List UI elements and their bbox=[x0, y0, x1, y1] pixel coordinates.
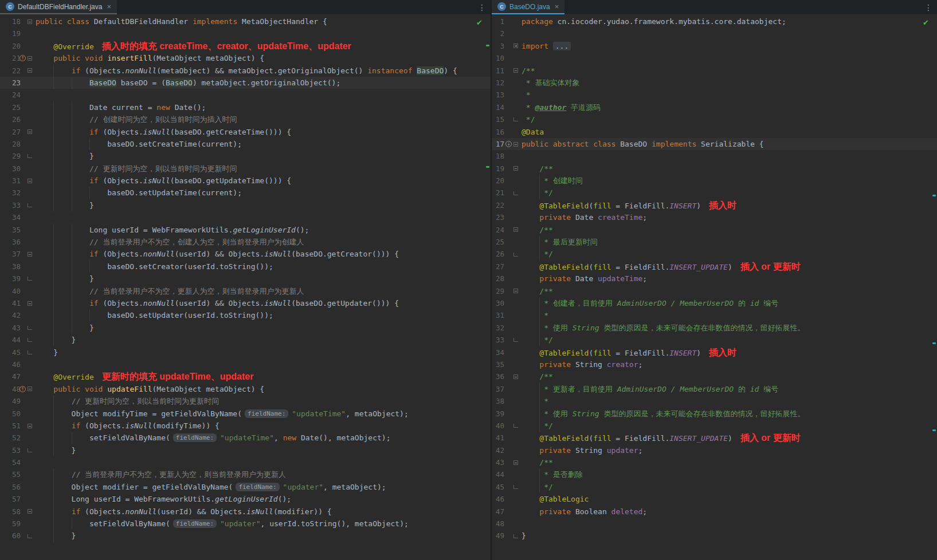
line-number[interactable]: 16 bbox=[492, 126, 504, 138]
code-line[interactable]: 58 if (Objects.nonNull(userId) && Object… bbox=[0, 506, 491, 518]
line-number[interactable]: 45 bbox=[0, 346, 21, 358]
line-number[interactable]: 52 bbox=[0, 432, 21, 444]
kebab-menu-icon[interactable]: ⋮ bbox=[920, 0, 937, 14]
line-number[interactable]: 21 bbox=[0, 52, 21, 64]
line-number[interactable]: 21 bbox=[492, 187, 504, 199]
line-number[interactable]: 36 bbox=[492, 370, 504, 382]
line-number[interactable]: 55 bbox=[0, 468, 21, 480]
fold-start-marker[interactable] bbox=[28, 68, 32, 73]
fold-end-marker[interactable] bbox=[513, 424, 518, 428]
fold-start-marker[interactable] bbox=[28, 19, 32, 24]
line-number[interactable]: 57 bbox=[0, 493, 21, 505]
code-line[interactable]: 35 Long userId = WebFrameworkUtils.getLo… bbox=[0, 224, 491, 236]
line-number[interactable]: 29 bbox=[0, 150, 21, 162]
code-line[interactable]: 25 * 最后更新时间 bbox=[492, 236, 937, 248]
line-number[interactable]: 35 bbox=[492, 358, 504, 370]
line-number[interactable]: 37 bbox=[0, 248, 21, 260]
code-line[interactable]: 12 * 基础实体对象 bbox=[492, 77, 937, 89]
fold-end-marker[interactable] bbox=[28, 326, 32, 330]
line-number[interactable]: 10 bbox=[492, 52, 504, 64]
code-line[interactable]: 31 if (Objects.isNull(baseDO.getUpdateTi… bbox=[0, 175, 491, 187]
fold-start-marker[interactable] bbox=[28, 509, 32, 514]
line-number[interactable]: 49 bbox=[0, 395, 21, 407]
line-number[interactable]: 18 bbox=[492, 150, 504, 162]
code-line[interactable]: 32 * 使用 String 类型的原因是，未来可能会存在非数值的情况，留好拓展… bbox=[492, 322, 937, 334]
line-number[interactable]: 20 bbox=[492, 175, 504, 187]
line-number[interactable]: 27 bbox=[0, 126, 21, 138]
line-number[interactable]: 19 bbox=[0, 27, 21, 40]
line-number[interactable]: 28 bbox=[0, 138, 21, 150]
fold-end-marker[interactable] bbox=[513, 338, 518, 342]
code-line[interactable]: 18 bbox=[492, 150, 937, 162]
line-number[interactable]: 22 bbox=[0, 65, 21, 77]
code-line[interactable]: 48↑ public void updateFill(MetaObject me… bbox=[0, 383, 491, 395]
line-number[interactable]: 33 bbox=[0, 199, 21, 211]
fold-start-marker[interactable] bbox=[513, 460, 518, 465]
code-line[interactable]: 28 baseDO.setCreateTime(current); bbox=[0, 138, 491, 150]
line-number[interactable]: 56 bbox=[0, 481, 21, 493]
line-number[interactable]: 40 bbox=[0, 285, 21, 297]
line-number[interactable]: 1 bbox=[492, 15, 504, 27]
line-number[interactable]: 46 bbox=[0, 358, 21, 370]
line-number[interactable]: 43 bbox=[492, 456, 504, 468]
line-number[interactable]: 27 bbox=[492, 261, 504, 273]
code-line[interactable]: 11/** bbox=[492, 65, 937, 77]
fold-end-marker[interactable] bbox=[28, 154, 32, 158]
code-line[interactable]: 59 setFieldValByName(fieldName:"updater"… bbox=[0, 518, 491, 530]
line-number[interactable]: 26 bbox=[492, 248, 504, 260]
code-line[interactable]: 21 */ bbox=[492, 187, 937, 199]
line-number[interactable]: 54 bbox=[0, 456, 21, 468]
code-line[interactable]: 45 } bbox=[0, 346, 491, 358]
line-number[interactable]: 36 bbox=[0, 236, 21, 248]
fold-end-marker[interactable] bbox=[513, 534, 518, 538]
line-number[interactable]: 51 bbox=[0, 420, 21, 432]
line-number[interactable]: 28 bbox=[492, 273, 504, 285]
fold-start-marker[interactable] bbox=[28, 252, 32, 257]
code-line[interactable]: 40 // 当前登录用户不为空，更新人为空，则当前登录用户为更新人 bbox=[0, 285, 491, 297]
code-line[interactable]: 14 * @author 芋道源码 bbox=[492, 101, 937, 113]
code-line[interactable]: 44 } bbox=[0, 334, 491, 346]
line-number[interactable]: 32 bbox=[0, 187, 21, 199]
line-number[interactable]: 45 bbox=[492, 481, 504, 493]
code-line[interactable]: 38 baseDO.setCreator(userId.toString()); bbox=[0, 261, 491, 273]
fold-start-marker[interactable] bbox=[28, 179, 32, 183]
code-line[interactable]: 34 @TableField(fill = FieldFill.INSERT)插… bbox=[492, 346, 937, 358]
fold-end-marker[interactable] bbox=[513, 485, 518, 489]
line-number[interactable]: 44 bbox=[492, 468, 504, 480]
code-line[interactable]: 52 setFieldValByName(fieldName:"updateTi… bbox=[0, 432, 491, 444]
code-line[interactable]: 33 */ bbox=[492, 334, 937, 346]
override-method-icon[interactable]: ↑ bbox=[19, 55, 26, 61]
code-line[interactable]: 30 * 创建者，目前使用 AdminUserDO / MemberUserDO… bbox=[492, 297, 937, 309]
line-number[interactable]: 42 bbox=[0, 309, 21, 321]
line-number[interactable]: 30 bbox=[0, 163, 21, 175]
line-number[interactable]: 43 bbox=[0, 322, 21, 334]
line-number[interactable]: 38 bbox=[0, 261, 21, 273]
code-line[interactable]: 36 /** bbox=[492, 370, 937, 382]
code-editor-defaultdbfieldhandler[interactable]: 18public class DefaultDBFieldHandler imp… bbox=[0, 14, 491, 560]
code-line[interactable]: 10 bbox=[492, 52, 937, 64]
close-icon[interactable]: × bbox=[555, 3, 559, 10]
line-number[interactable]: 49 bbox=[492, 530, 504, 542]
code-line[interactable]: 1package cn.iocoder.yudao.framework.myba… bbox=[492, 15, 937, 27]
implemented-marker-icon[interactable]: ↓ bbox=[505, 141, 512, 147]
line-number[interactable]: 50 bbox=[0, 408, 21, 420]
code-line[interactable]: 25 Date current = new Date(); bbox=[0, 101, 491, 113]
code-line[interactable]: 34 bbox=[0, 211, 491, 223]
code-line[interactable]: 39 * 使用 String 类型的原因是，未来可能会存在非数值的情况，留好拓展… bbox=[492, 408, 937, 420]
fold-end-marker[interactable] bbox=[28, 338, 32, 342]
code-line[interactable]: 56 Object modifier = getFieldValByName(f… bbox=[0, 481, 491, 493]
code-line[interactable]: 32 baseDO.setUpdateTime(current); bbox=[0, 187, 491, 199]
kebab-menu-icon[interactable]: ⋮ bbox=[473, 0, 491, 14]
code-line[interactable]: 57 Long userId = WebFrameworkUtils.getLo… bbox=[0, 493, 491, 505]
line-number[interactable]: 18 bbox=[0, 15, 21, 27]
fold-start-marker[interactable] bbox=[513, 166, 518, 171]
code-line[interactable]: 31 * bbox=[492, 309, 937, 321]
fold-end-marker[interactable] bbox=[28, 448, 32, 452]
fold-end-marker[interactable] bbox=[28, 350, 32, 354]
code-line[interactable]: 15 */ bbox=[492, 113, 937, 125]
line-number[interactable]: 14 bbox=[492, 101, 504, 113]
line-number[interactable]: 53 bbox=[0, 444, 21, 456]
fold-start-marker[interactable] bbox=[513, 227, 518, 232]
close-icon[interactable]: × bbox=[107, 3, 111, 10]
fold-end-marker[interactable] bbox=[28, 277, 32, 281]
